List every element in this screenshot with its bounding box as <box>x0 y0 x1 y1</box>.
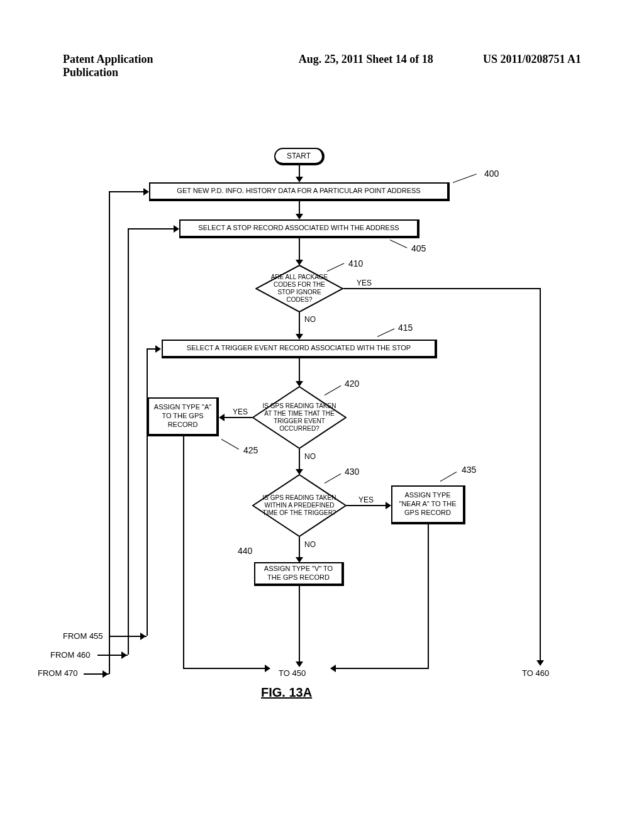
arrow <box>183 668 265 669</box>
header-center: Aug. 25, 2011 Sheet 14 of 18 <box>204 53 440 79</box>
arrow <box>428 524 429 668</box>
arrowhead-down-icon <box>296 177 303 182</box>
step-440-text: ASSIGN TYPE "V" TO THE GPS RECORD <box>259 565 338 582</box>
ref-400: 400 <box>484 169 499 179</box>
arrowhead-right-icon <box>174 225 179 233</box>
no-label: NO <box>303 452 317 461</box>
arrow <box>299 449 300 469</box>
ref-connector <box>377 328 395 337</box>
step-405: SELECT A STOP RECORD ASSOCIATED WITH THE… <box>179 219 419 238</box>
step-400-text: GET NEW P.D. INFO. HISTORY DATA FOR A PA… <box>177 187 420 196</box>
arrow <box>347 505 386 506</box>
decision-410: ARE ALL PACKAGE CODES FOR THE STOP IGNOR… <box>255 265 343 313</box>
arrow <box>299 313 300 334</box>
ref-440: 440 <box>238 546 252 556</box>
figure-caption: FIG. 13A <box>261 685 312 700</box>
step-425: ASSIGN TYPE "A" TO THE GPS RECORD <box>148 397 219 436</box>
flowchart-figure: START GET NEW P.D. INFO. HISTORY DATA FO… <box>75 148 566 701</box>
decision-420: IS GPS READING TAKEN AT THE TIME THAT TH… <box>252 386 347 449</box>
arrowhead-down-icon <box>536 660 544 666</box>
arrow <box>343 288 540 289</box>
ref-430: 430 <box>345 467 359 477</box>
step-440: ASSIGN TYPE "V" TO THE GPS RECORD <box>254 562 344 586</box>
ref-425: 425 <box>243 445 258 455</box>
decision-430-text: IS GPS READING TAKEN WITHIN A PREDEFINED… <box>259 494 340 517</box>
arrowhead-right-icon <box>265 665 270 672</box>
ref-415: 415 <box>398 323 413 333</box>
ref-connector <box>453 174 477 183</box>
header-right: US 2011/0208751 A1 <box>440 53 581 79</box>
start-terminator: START <box>274 148 325 165</box>
connector-from-470: FROM 470 <box>38 668 78 678</box>
connector-from-460: FROM 460 <box>50 650 91 660</box>
arrow <box>299 358 300 381</box>
decision-430: IS GPS READING TAKEN WITHIN A PREDEFINED… <box>252 474 347 537</box>
arrow <box>109 191 110 674</box>
arrow <box>147 348 148 636</box>
arrow <box>299 537 300 557</box>
arrow <box>128 228 129 655</box>
yes-label: YES <box>355 279 373 287</box>
arrowhead-down-icon <box>296 214 303 219</box>
step-405-text: SELECT A STOP RECORD ASSOCIATED WITH THE… <box>198 224 399 233</box>
connector-from-455: FROM 455 <box>63 631 103 641</box>
arrow <box>540 288 541 660</box>
arrow <box>299 238 300 260</box>
step-415: SELECT A TRIGGER EVENT RECORD ASSOCIATED… <box>162 340 437 358</box>
ref-420: 420 <box>345 379 359 389</box>
arrowhead-left-icon <box>219 414 225 421</box>
no-label: NO <box>303 540 317 549</box>
arrowhead-left-icon <box>330 665 336 672</box>
arrowhead-down-icon <box>296 334 303 340</box>
arrow <box>299 586 300 661</box>
yes-label: YES <box>231 407 249 416</box>
step-415-text: SELECT A TRIGGER EVENT RECORD ASSOCIATED… <box>187 344 411 353</box>
yes-label: YES <box>357 495 375 504</box>
ref-405: 405 <box>411 243 426 253</box>
ref-435: 435 <box>462 465 476 475</box>
arrow <box>183 436 184 668</box>
connector-to-450: TO 450 <box>279 668 306 678</box>
step-435-text: ASSIGN TYPE "NEAR A" TO THE GPS RECORD <box>396 491 459 517</box>
arrow <box>299 165 300 177</box>
page-header: Patent Application Publication Aug. 25, … <box>0 53 644 79</box>
start-label: START <box>287 152 311 161</box>
arrowhead-right-icon <box>386 502 391 509</box>
step-400: GET NEW P.D. INFO. HISTORY DATA FOR A PA… <box>149 182 450 201</box>
ref-connector <box>440 472 457 482</box>
no-label: NO <box>303 315 317 324</box>
ref-connector <box>390 240 408 248</box>
arrow <box>109 191 143 192</box>
arrow <box>299 201 300 214</box>
arrow <box>128 228 174 230</box>
connector-to-460: TO 460 <box>522 668 549 678</box>
ref-connector <box>221 439 239 450</box>
arrowhead-right-icon <box>140 633 146 640</box>
step-425-text: ASSIGN TYPE "A" TO THE GPS RECORD <box>153 403 213 429</box>
arrow <box>225 417 252 418</box>
ref-410: 410 <box>348 258 363 268</box>
arrowhead-right-icon <box>155 345 161 353</box>
step-435: ASSIGN TYPE "NEAR A" TO THE GPS RECORD <box>391 485 465 524</box>
decision-420-text: IS GPS READING TAKEN AT THE TIME THAT TH… <box>259 402 340 433</box>
arrowhead-right-icon <box>121 651 127 659</box>
arrow <box>336 668 429 669</box>
arrowhead-right-icon <box>103 670 108 678</box>
arrowhead-down-icon <box>296 661 303 667</box>
decision-410-text: ARE ALL PACKAGE CODES FOR THE STOP IGNOR… <box>262 274 337 304</box>
arrowhead-right-icon <box>143 188 149 196</box>
header-left: Patent Application Publication <box>63 53 204 79</box>
